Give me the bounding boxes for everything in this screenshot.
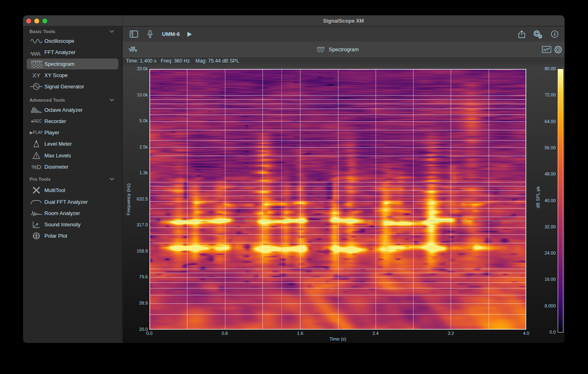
svg-text:i: i — [554, 31, 556, 37]
